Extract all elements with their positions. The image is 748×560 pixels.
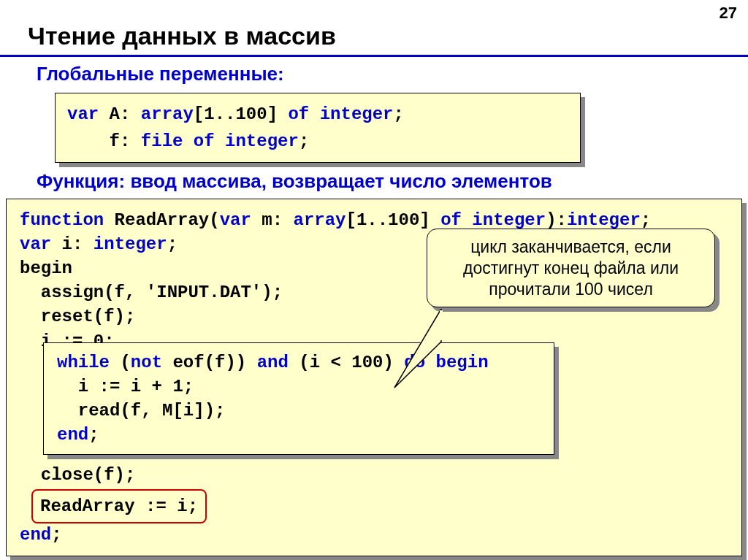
while-line3: read(f, M[i]); bbox=[57, 399, 541, 423]
callout-tail-icon bbox=[390, 309, 456, 396]
function-subtitle: Функция: ввод массива, возвращает число … bbox=[0, 170, 748, 193]
fn-end: end; bbox=[20, 523, 62, 547]
while-line1: while (not eof(f)) and (i < 100) do begi… bbox=[57, 350, 541, 375]
fn-result: ReadArray := i; bbox=[40, 494, 198, 518]
callout-text: цикл заканчивается, если достигнут конец… bbox=[427, 229, 715, 307]
fn-close: close(f); bbox=[20, 463, 135, 487]
while-line4: end; bbox=[57, 423, 541, 447]
svg-marker-0 bbox=[394, 309, 441, 388]
while-line2: i := i + 1; bbox=[57, 375, 541, 399]
globals-line1: var A: array[1..100] of integer; bbox=[67, 101, 568, 128]
function-code-block: function ReadArray(var m: array[1..100] … bbox=[6, 199, 742, 556]
callout-note: цикл заканчивается, если достигнут конец… bbox=[427, 229, 715, 307]
page-title: Чтение данных в массив bbox=[0, 0, 748, 57]
globals-code-block: var A: array[1..100] of integer; f: file… bbox=[55, 93, 581, 163]
result-highlight: ReadArray := i; bbox=[31, 489, 207, 523]
globals-line2: f: file of integer; bbox=[67, 128, 568, 155]
while-loop-block: while (not eof(f)) and (i < 100) do begi… bbox=[43, 342, 554, 455]
globals-subtitle: Глобальные переменные: bbox=[0, 63, 748, 85]
page-number: 27 bbox=[720, 4, 737, 23]
